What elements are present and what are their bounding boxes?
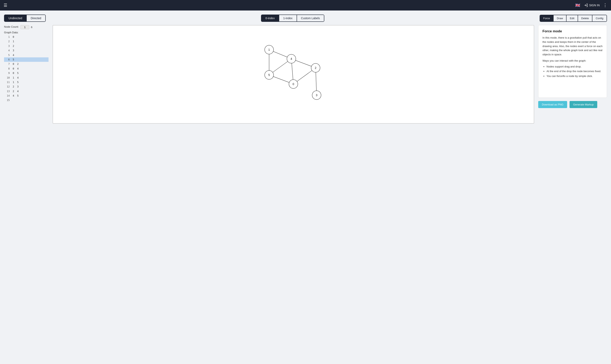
node-count-input[interactable] xyxy=(20,25,29,29)
content-area: Node Count: 6 Graph Data: 1 0 2 1 3 2 4 … xyxy=(4,25,607,124)
col1: 1 xyxy=(11,76,14,80)
bullet-item: You can fix/unfix a node by simple click… xyxy=(546,74,603,78)
row-number: 7 xyxy=(5,62,10,66)
col1: 0 xyxy=(11,67,14,71)
hamburger-icon[interactable]: ☰ xyxy=(4,3,7,8)
main-area: Undirected Directed 0-index 1-index Cust… xyxy=(0,11,611,128)
graph-data-label: Graph Data: xyxy=(4,31,49,34)
node-label: 0 xyxy=(293,82,294,86)
table-row: 1 0 xyxy=(4,35,49,39)
edit-button[interactable]: Edit xyxy=(567,15,578,21)
row-number: 1 xyxy=(5,35,10,39)
mode-title: Force mode xyxy=(543,29,603,33)
mode-description: In this mode, there is a gravitation pul… xyxy=(543,36,603,57)
col2: 4 xyxy=(15,76,19,80)
node-label: 5 xyxy=(268,73,270,77)
header: ☰ 🇬🇧 SIGN IN ⋮ xyxy=(0,0,611,11)
graph-canvas[interactable]: 012345 xyxy=(53,25,534,124)
graph-node[interactable]: 3 xyxy=(312,91,321,100)
col1: 1 xyxy=(11,39,14,43)
col2: 4 xyxy=(15,67,19,71)
col2 xyxy=(15,39,19,43)
row-number: 11 xyxy=(5,80,10,84)
row-number: 3 xyxy=(5,44,10,48)
sign-in-button[interactable]: SIGN IN xyxy=(584,3,600,7)
table-row: 9 0 5 xyxy=(4,71,49,75)
col2: 5 xyxy=(15,80,19,84)
direction-toggle: Undirected Directed xyxy=(4,14,46,22)
col1: 4 xyxy=(11,94,14,98)
table-row: 11 1 5 xyxy=(4,80,49,84)
undirected-button[interactable]: Undirected xyxy=(4,15,27,21)
action-buttons: Download as PNG Generate Markup xyxy=(538,101,607,108)
col1: 2 xyxy=(11,89,14,93)
table-row: 6 5 xyxy=(4,57,49,62)
col2: 3 xyxy=(15,85,19,89)
table-row: 13 2 4 xyxy=(4,89,49,93)
col2 xyxy=(15,44,19,48)
force-button[interactable]: Force xyxy=(540,15,554,21)
graph-data-table: 1 0 2 1 3 2 4 3 5 4 6 5 7 0 2 8 xyxy=(4,35,49,103)
config-button[interactable]: Config xyxy=(592,15,607,21)
node-label: 4 xyxy=(291,57,292,60)
col1: 3 xyxy=(11,49,14,52)
row-number: 12 xyxy=(5,85,10,89)
col1: 0 xyxy=(11,35,14,39)
col2 xyxy=(15,98,19,102)
col2: 2 xyxy=(15,62,19,66)
header-right: 🇬🇧 SIGN IN ⋮ xyxy=(575,2,607,8)
col2: 5 xyxy=(15,94,19,98)
graph-node[interactable]: 2 xyxy=(311,64,320,72)
col1: 2 xyxy=(11,44,14,48)
graph-node[interactable]: 4 xyxy=(287,54,296,63)
directed-button[interactable]: Directed xyxy=(27,15,45,21)
col1: 2 xyxy=(11,85,14,89)
delete-button[interactable]: Delete xyxy=(578,15,593,21)
col1: 4 xyxy=(11,53,14,57)
col1: 0 xyxy=(11,71,14,75)
download-png-button[interactable]: Download as PNG xyxy=(538,101,567,108)
col1: 5 xyxy=(11,58,14,62)
table-row: 4 3 xyxy=(4,48,49,53)
row-number: 10 xyxy=(5,76,10,80)
table-row: 12 2 3 xyxy=(4,84,49,89)
mode-card: Force mode In this mode, there is a grav… xyxy=(538,25,607,98)
col2: 4 xyxy=(15,89,19,93)
node-count-row: Node Count: 6 xyxy=(4,25,49,29)
table-row: 15 xyxy=(4,98,49,103)
table-row: 14 4 5 xyxy=(4,93,49,98)
custom-labels-button[interactable]: Custom Labels xyxy=(297,15,324,21)
col1: 1 xyxy=(11,80,14,84)
table-row: 10 1 4 xyxy=(4,76,49,80)
sign-in-label: SIGN IN xyxy=(589,4,600,7)
graph-node[interactable]: 5 xyxy=(265,70,273,79)
more-button[interactable]: ⋮ xyxy=(603,3,607,8)
table-row: 2 1 xyxy=(4,39,49,44)
zero-index-button[interactable]: 0-index xyxy=(261,15,279,21)
interact-title: Ways you can interact with the graph: xyxy=(543,59,603,63)
draw-button[interactable]: Draw xyxy=(554,15,567,21)
graph-node[interactable]: 1 xyxy=(265,45,273,54)
col2 xyxy=(15,35,19,39)
generate-markup-button[interactable]: Generate Markup xyxy=(570,101,597,108)
row-number: 5 xyxy=(5,53,10,57)
col1 xyxy=(11,98,14,102)
row-number: 8 xyxy=(5,67,10,71)
header-left: ☰ xyxy=(4,3,7,8)
row-number: 15 xyxy=(5,98,10,102)
row-number: 2 xyxy=(5,39,10,43)
col2: 5 xyxy=(15,71,19,75)
row-number: 4 xyxy=(5,49,10,52)
node-label: 2 xyxy=(315,66,316,69)
graph-node[interactable]: 0 xyxy=(289,79,298,89)
bullet-item: At the end of the drop the node becomes … xyxy=(546,69,603,74)
flag-icon[interactable]: 🇬🇧 xyxy=(575,2,581,8)
table-row: 8 0 4 xyxy=(4,66,49,71)
table-row: 7 0 2 xyxy=(4,62,49,66)
sign-in-icon xyxy=(584,3,588,7)
bullet-item: Nodes support drag and drop. xyxy=(546,64,603,69)
row-number: 13 xyxy=(5,89,10,93)
one-index-button[interactable]: 1-index xyxy=(279,15,297,21)
node-count-label: Node Count: xyxy=(4,25,19,28)
mode-bullets: Nodes support drag and drop.At the end o… xyxy=(546,64,603,78)
